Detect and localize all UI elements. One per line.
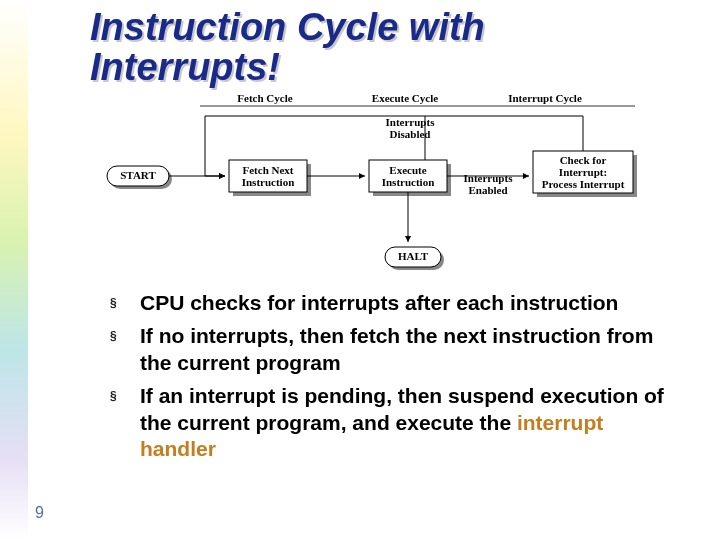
check-l1: Check for (560, 154, 607, 166)
execute-l1: Execute (389, 164, 426, 176)
label-disabled-l2: Disabled (390, 128, 431, 140)
bullet-hl1: interrupt (517, 411, 603, 434)
label-enabled-l1: Interrupts (464, 172, 514, 184)
bullet-mark: § (110, 383, 140, 403)
fetch-node: Fetch Next Instruction (229, 160, 311, 196)
start-label: START (120, 169, 156, 181)
header-fetch: Fetch Cycle (237, 92, 292, 104)
bullet-text: If an interrupt is pending, then suspend… (140, 383, 670, 464)
bullet-mark: § (110, 290, 140, 310)
fetch-l2: Instruction (242, 176, 295, 188)
bullet-text: If no interrupts, then fetch the next in… (140, 323, 670, 377)
fetch-l1: Fetch Next (242, 164, 293, 176)
bullet-hl2: handler (140, 437, 216, 460)
bullet-text: CPU checks for interrupts after each ins… (140, 290, 670, 317)
list-item: § If no interrupts, then fetch the next … (110, 323, 670, 377)
slide-title: Instruction Cycle with Interrupts! (90, 8, 485, 88)
check-l2: Interrupt: (559, 166, 607, 178)
halt-label: HALT (398, 250, 429, 262)
bullet-list: § CPU checks for interrupts after each i… (110, 290, 670, 469)
label-enabled-l2: Enabled (468, 184, 507, 196)
side-gradient (0, 0, 28, 540)
execute-l2: Instruction (382, 176, 435, 188)
title-line-1: Instruction Cycle with (90, 6, 485, 48)
execute-node: Execute Instruction (369, 160, 451, 196)
header-interrupt: Interrupt Cycle (508, 92, 582, 104)
bullet-mark: § (110, 323, 140, 343)
list-item: § If an interrupt is pending, then suspe… (110, 383, 670, 464)
list-item: § CPU checks for interrupts after each i… (110, 290, 670, 317)
halt-node: HALT (385, 247, 444, 270)
instruction-cycle-diagram: Fetch Cycle Execute Cycle Interrupt Cycl… (105, 92, 645, 277)
interrupt-node: Check for Interrupt: Process Interrupt (533, 151, 637, 197)
title-line-2: Interrupts! (90, 46, 280, 88)
check-l3: Process Interrupt (542, 178, 625, 190)
header-execute: Execute Cycle (372, 92, 438, 104)
label-disabled-l1: Interrupts (386, 116, 436, 128)
start-node: START (107, 166, 172, 189)
page-number: 9 (35, 504, 44, 522)
